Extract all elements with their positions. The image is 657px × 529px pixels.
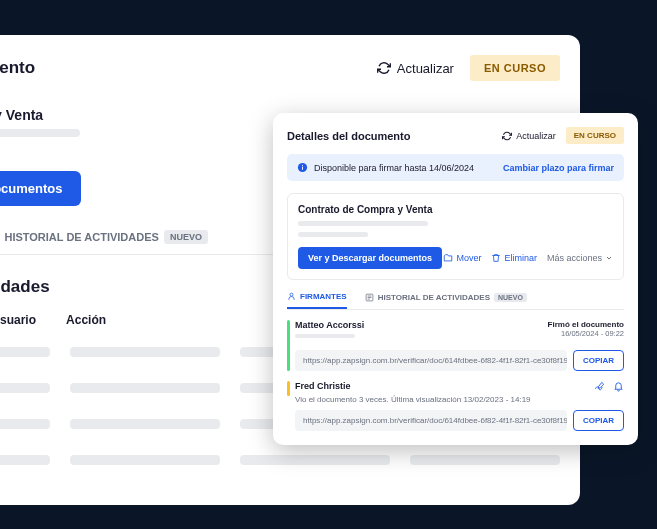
person-icon bbox=[287, 292, 296, 301]
info-banner: Disponible para firmar hasta 14/06/2024 … bbox=[287, 154, 624, 181]
signature-icon[interactable] bbox=[594, 381, 605, 392]
new-badge: NUEVO bbox=[164, 230, 208, 244]
bell-icon[interactable] bbox=[613, 381, 624, 392]
copy-button[interactable]: COPIAR bbox=[573, 410, 624, 431]
trash-icon bbox=[491, 253, 501, 263]
refresh-icon bbox=[502, 131, 512, 141]
skeleton-line bbox=[295, 334, 355, 338]
modal-title: Detalles del documento bbox=[287, 130, 410, 142]
table-row bbox=[0, 449, 560, 471]
chevron-down-icon bbox=[605, 254, 613, 262]
verification-url[interactable]: https://app.zapsign.com.br/verificar/doc… bbox=[295, 410, 567, 431]
tab-historial[interactable]: HISTORIAL DE ACTIVIDADES NUEVO bbox=[365, 292, 527, 309]
more-actions-button[interactable]: Más acciones bbox=[547, 253, 613, 263]
delete-button[interactable]: Eliminar bbox=[491, 253, 537, 263]
signer-name: Fred Christie bbox=[295, 381, 351, 391]
tab-firmantes[interactable]: FIRMANTES bbox=[287, 292, 347, 309]
status-indicator-pending bbox=[287, 381, 290, 396]
svg-point-5 bbox=[290, 293, 293, 296]
contract-name: Contrato de Compra y Venta bbox=[298, 204, 613, 215]
svg-point-4 bbox=[302, 165, 303, 166]
signer-name: Matteo Accorssi bbox=[295, 320, 364, 330]
verification-url[interactable]: https://app.zapsign.com.br/verificar/doc… bbox=[295, 350, 567, 371]
banner-text: Disponible para firmar hasta 14/06/2024 bbox=[314, 163, 474, 173]
refresh-button[interactable]: Actualizar bbox=[502, 131, 556, 141]
tab-historial[interactable]: HISTORIAL DE ACTIVIDADES NUEVO bbox=[0, 230, 208, 254]
document-details-modal: Detalles del documento Actualizar EN CUR… bbox=[273, 113, 638, 445]
download-documents-button[interactable]: Descargar documentos bbox=[0, 171, 81, 206]
folder-icon bbox=[443, 253, 453, 263]
signer-meta: Vio el documento 3 veces. Última visuali… bbox=[295, 395, 624, 404]
signer-row: Matteo Accorssi Firmó el documento 16/05… bbox=[287, 320, 624, 371]
skeleton-line bbox=[0, 129, 80, 137]
contract-box: Contrato de Compra y Venta Ver y Descarg… bbox=[287, 193, 624, 280]
change-deadline-link[interactable]: Cambiar plazo para firmar bbox=[503, 163, 614, 173]
page-title: s del documento bbox=[0, 58, 35, 78]
signer-status: Firmó el documento 16/05/2024 - 09:22 bbox=[548, 320, 624, 338]
refresh-icon bbox=[377, 61, 391, 75]
list-icon bbox=[365, 293, 374, 302]
skeleton-line bbox=[298, 221, 428, 226]
move-button[interactable]: Mover bbox=[443, 253, 481, 263]
status-badge: EN CURSO bbox=[470, 55, 560, 81]
info-icon bbox=[297, 162, 308, 173]
copy-button[interactable]: COPIAR bbox=[573, 350, 624, 371]
new-badge: NUEVO bbox=[494, 293, 527, 302]
svg-rect-3 bbox=[302, 167, 303, 170]
refresh-button[interactable]: Actualizar bbox=[377, 61, 454, 76]
modal-tabs: FIRMANTES HISTORIAL DE ACTIVIDADES NUEVO bbox=[287, 292, 624, 310]
status-badge: EN CURSO bbox=[566, 127, 624, 144]
status-indicator-signed bbox=[287, 320, 290, 371]
col-action[interactable]: Acción bbox=[66, 313, 106, 327]
skeleton-line bbox=[298, 232, 368, 237]
col-user[interactable]: Usuario bbox=[0, 313, 36, 327]
signer-row: Fred Christie Vio el documento 3 veces. … bbox=[287, 381, 624, 431]
view-download-button[interactable]: Ver y Descargar documentos bbox=[298, 247, 442, 269]
